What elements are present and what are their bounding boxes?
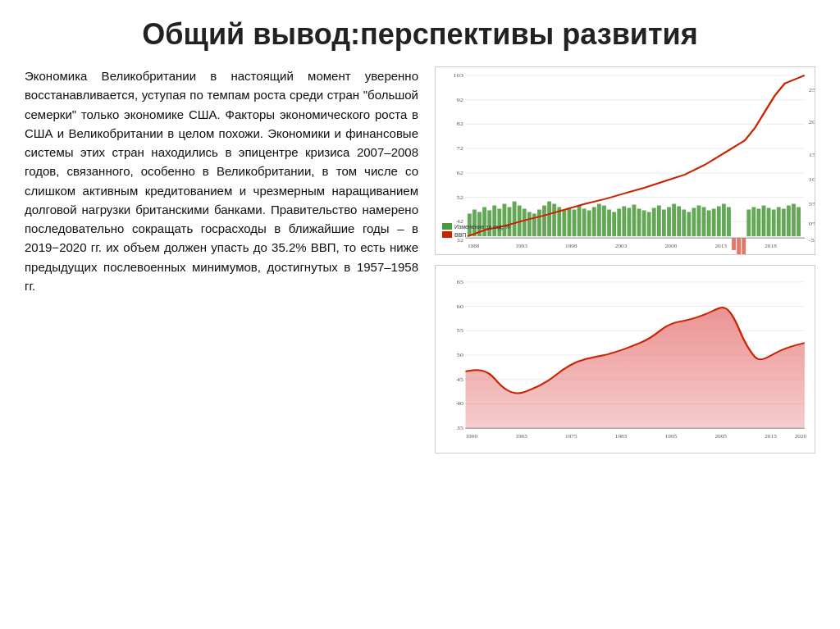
svg-rect-85 — [777, 207, 781, 237]
svg-text:1975: 1975 — [565, 434, 578, 439]
svg-rect-40 — [552, 204, 556, 237]
svg-rect-78 — [742, 238, 746, 254]
svg-text:2020: 2020 — [795, 434, 807, 439]
svg-rect-64 — [672, 204, 676, 237]
svg-text:2005: 2005 — [714, 434, 727, 439]
legend-red-label: ВВП — [454, 232, 466, 238]
svg-rect-89 — [797, 207, 801, 237]
svg-rect-86 — [782, 209, 786, 237]
svg-rect-75 — [727, 207, 731, 237]
svg-rect-42 — [562, 211, 566, 237]
svg-text:52: 52 — [457, 194, 464, 201]
svg-text:0%: 0% — [809, 221, 815, 227]
svg-text:-5%: -5% — [809, 237, 815, 244]
svg-text:1988: 1988 — [468, 244, 480, 248]
svg-rect-65 — [677, 207, 681, 237]
svg-rect-50 — [602, 206, 606, 237]
svg-rect-79 — [746, 210, 751, 237]
svg-rect-53 — [617, 209, 621, 237]
svg-rect-52 — [612, 212, 616, 237]
svg-rect-83 — [767, 208, 771, 237]
svg-text:50: 50 — [457, 352, 464, 358]
svg-text:5%: 5% — [809, 200, 815, 207]
svg-rect-84 — [772, 210, 776, 237]
svg-text:65: 65 — [457, 279, 464, 285]
svg-text:20%: 20% — [809, 119, 815, 125]
svg-rect-73 — [717, 207, 721, 237]
svg-rect-61 — [657, 206, 661, 237]
svg-text:82: 82 — [457, 121, 464, 127]
chart-top: 103 92 82 72 62 52 42 32 25% 20% 15% 10%… — [435, 66, 815, 255]
svg-text:62: 62 — [457, 170, 464, 176]
svg-text:92: 92 — [457, 97, 464, 103]
svg-rect-57 — [637, 209, 641, 237]
svg-rect-56 — [632, 205, 637, 237]
svg-rect-58 — [642, 211, 646, 237]
svg-rect-59 — [647, 212, 651, 237]
chart-top-legend: Изменение за год, % ВВП — [442, 223, 510, 239]
svg-rect-80 — [751, 207, 756, 237]
svg-text:45: 45 — [457, 376, 464, 383]
svg-rect-63 — [667, 207, 671, 237]
svg-text:15%: 15% — [809, 152, 815, 158]
svg-rect-39 — [547, 202, 551, 237]
svg-text:2015: 2015 — [765, 434, 777, 439]
svg-rect-55 — [627, 208, 631, 237]
svg-text:55: 55 — [457, 327, 464, 334]
chart-bottom: 65 60 55 50 45 40 35 — [435, 265, 815, 454]
legend-green — [442, 223, 452, 230]
svg-rect-44 — [573, 210, 577, 237]
svg-rect-72 — [712, 209, 716, 237]
svg-rect-87 — [787, 206, 791, 237]
svg-text:1998: 1998 — [565, 244, 578, 248]
svg-rect-70 — [702, 207, 706, 237]
svg-rect-60 — [652, 208, 656, 237]
svg-text:60: 60 — [457, 303, 464, 309]
svg-rect-35 — [527, 212, 532, 237]
svg-text:1995: 1995 — [665, 434, 678, 439]
chart-bottom-svg: 65 60 55 50 45 40 35 — [436, 266, 815, 453]
svg-text:1960: 1960 — [465, 434, 477, 439]
svg-rect-34 — [523, 209, 527, 237]
svg-text:1993: 1993 — [515, 244, 527, 248]
svg-rect-47 — [587, 211, 591, 237]
svg-text:103: 103 — [453, 72, 463, 79]
svg-rect-49 — [597, 204, 601, 237]
svg-text:10%: 10% — [809, 176, 815, 183]
svg-text:2018: 2018 — [765, 244, 777, 248]
svg-rect-67 — [687, 212, 691, 237]
svg-rect-82 — [762, 206, 766, 237]
svg-text:1965: 1965 — [515, 434, 527, 439]
svg-rect-43 — [567, 208, 571, 237]
svg-rect-74 — [722, 204, 726, 237]
page-title: Общий вывод:перспективы развития — [25, 16, 815, 52]
svg-rect-37 — [537, 210, 541, 237]
svg-rect-68 — [692, 208, 696, 237]
svg-rect-54 — [622, 207, 626, 237]
svg-text:40: 40 — [457, 400, 464, 407]
svg-rect-62 — [662, 210, 666, 237]
svg-rect-71 — [707, 211, 711, 237]
svg-text:72: 72 — [457, 145, 464, 152]
svg-rect-77 — [737, 238, 741, 254]
svg-text:2008: 2008 — [665, 244, 678, 248]
svg-rect-46 — [582, 209, 587, 237]
body-text: Экономика Великобритании в настоящий мом… — [25, 66, 418, 295]
charts-column: 103 92 82 72 62 52 42 32 25% 20% 15% 10%… — [435, 66, 815, 454]
svg-rect-69 — [697, 206, 701, 237]
svg-text:2013: 2013 — [714, 244, 727, 248]
svg-rect-32 — [513, 202, 517, 237]
content-wrapper: Экономика Великобритании в настоящий мом… — [25, 66, 815, 454]
svg-rect-88 — [792, 204, 796, 237]
legend-red — [442, 231, 452, 238]
svg-rect-48 — [592, 207, 596, 237]
svg-rect-51 — [607, 210, 611, 237]
svg-rect-66 — [682, 210, 686, 237]
svg-text:2003: 2003 — [615, 244, 628, 248]
legend-green-label: Изменение за год, % — [454, 224, 510, 230]
svg-rect-45 — [578, 206, 582, 237]
svg-rect-38 — [542, 206, 546, 237]
svg-rect-76 — [732, 238, 736, 250]
svg-text:1985: 1985 — [615, 434, 628, 439]
svg-text:35: 35 — [457, 425, 464, 431]
